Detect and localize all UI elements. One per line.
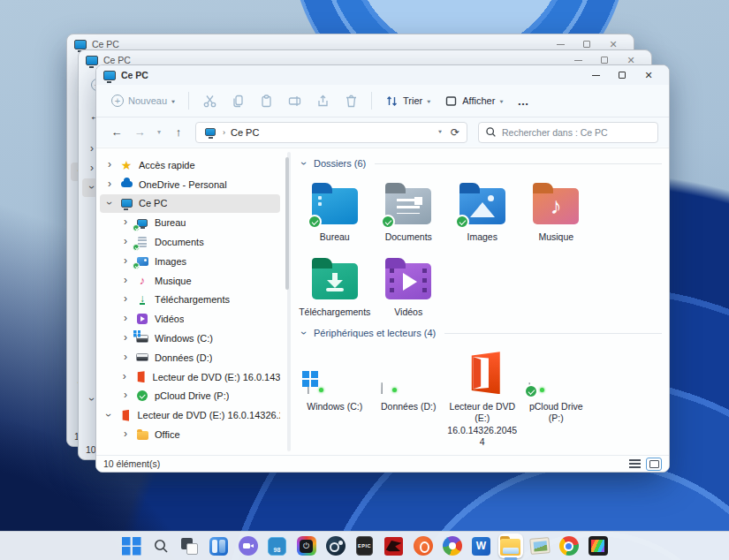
photo-viewer-icon[interactable] xyxy=(528,534,552,558)
teams-chat-icon[interactable] xyxy=(236,534,261,558)
more-button[interactable]: … xyxy=(511,91,535,111)
icue-icon[interactable]: ⏻ xyxy=(294,534,319,558)
minimize-button[interactable] xyxy=(582,67,609,83)
up-icon[interactable]: ↑ xyxy=(169,123,188,142)
delete-icon[interactable] xyxy=(338,89,364,112)
address-dropdown-icon[interactable]: ▾ xyxy=(438,129,442,135)
item-label: Vidéos xyxy=(394,306,422,318)
cut-icon[interactable] xyxy=(196,89,223,112)
music-icon: ♪ xyxy=(135,274,149,287)
sidebar-item-documents[interactable]: ›Documents xyxy=(116,232,280,252)
chevron-expanded-icon[interactable]: › xyxy=(298,159,310,168)
item-tile-t-l-chargements[interactable]: Téléchargements xyxy=(298,250,372,325)
item-tile-images[interactable]: Images xyxy=(445,175,520,250)
sidebar-item-bureau[interactable]: ›Bureau xyxy=(116,213,280,232)
sort-icon xyxy=(385,95,399,108)
titlebar[interactable]: Ce PC ✕ xyxy=(96,65,669,85)
word-icon[interactable]: W xyxy=(469,534,494,558)
sidebar-item-lecteur-de-dvd-e-16-0-14326-20454[interactable]: ›Lecteur de DVD (E:) 16.0.14326.20454 xyxy=(100,405,280,425)
sidebar-item-musique[interactable]: ›♪Musique xyxy=(116,271,280,291)
paste-icon[interactable] xyxy=(253,89,279,112)
sidebar-item-images[interactable]: ›Images xyxy=(116,252,280,271)
origin-icon[interactable] xyxy=(411,534,436,558)
sidebar-scrollbar[interactable] xyxy=(287,152,291,451)
rename-icon[interactable] xyxy=(281,89,308,112)
chevron-collapsed-icon[interactable]: › xyxy=(121,216,130,228)
chevron-collapsed-icon[interactable]: › xyxy=(105,178,114,190)
sidebar-item-onedrive-personal[interactable]: ›OneDrive - Personal xyxy=(100,175,280,194)
sidebar-item-windows-c[interactable]: ›Windows (C:) xyxy=(116,329,280,348)
item-tile-donn-es-d[interactable]: Données (D:) xyxy=(372,344,446,455)
chevron-collapsed-icon[interactable]: › xyxy=(121,331,130,344)
chrome-icon[interactable] xyxy=(557,534,581,558)
sort-button[interactable]: Trier ▾ xyxy=(379,91,437,111)
documents-icon xyxy=(135,236,149,249)
media-app-icon[interactable] xyxy=(586,534,611,558)
section-header[interactable]: ›Dossiers (6) xyxy=(300,157,662,170)
search-icon[interactable] xyxy=(148,534,173,558)
chevron-collapsed-icon[interactable]: › xyxy=(121,292,130,305)
item-tile-windows-c[interactable]: Windows (C:) xyxy=(298,344,372,455)
sidebar-item-donn-es-d[interactable]: ›Données (D:) xyxy=(116,348,280,367)
sync-check-badge xyxy=(308,215,322,229)
item-tile-pcloud-drive-p[interactable]: pCloud Drive (P:) xyxy=(520,344,594,455)
item-label: Documents xyxy=(385,231,432,243)
drive-windows-icon xyxy=(135,332,149,345)
chevron-collapsed-icon[interactable]: › xyxy=(121,351,130,363)
chevron-collapsed-icon[interactable]: › xyxy=(121,389,130,401)
search-input[interactable] xyxy=(478,122,658,143)
steam-icon[interactable] xyxy=(323,534,348,558)
recent-locations-icon[interactable]: ▾ xyxy=(153,123,165,142)
start-icon[interactable] xyxy=(119,534,144,558)
file-explorer-icon[interactable] xyxy=(498,534,523,558)
copy-icon[interactable] xyxy=(224,89,251,112)
widgets-icon[interactable] xyxy=(207,534,232,558)
item-tile-lecteur-de-dvd-e-16-0-14326-20454[interactable]: Lecteur de DVD (E:) 16.0.14326.20454 xyxy=(445,344,520,455)
back-icon[interactable]: ← xyxy=(107,123,126,142)
chevron-expanded-icon[interactable]: › xyxy=(298,329,310,337)
chevron-collapsed-icon[interactable]: › xyxy=(121,254,130,267)
sidebar-item-label: Lecteur de DVD (E:) 16.0.14326.20454 xyxy=(153,372,280,382)
item-tile-musique[interactable]: ♪Musique xyxy=(520,175,594,250)
chevron-expanded-icon[interactable]: › xyxy=(103,199,116,208)
chevron-collapsed-icon[interactable]: › xyxy=(121,428,130,440)
chevron-collapsed-icon[interactable]: › xyxy=(121,274,130,286)
sidebar-item-office[interactable]: ›Office xyxy=(116,425,280,444)
share-icon[interactable] xyxy=(309,89,336,112)
view-button[interactable]: Afficher ▾ xyxy=(438,91,509,111)
picasa-icon[interactable] xyxy=(440,534,465,558)
chevron-collapsed-icon[interactable]: › xyxy=(121,312,130,324)
desktop-icon xyxy=(135,216,149,230)
sidebar-item-vid-os[interactable]: ›Vidéos xyxy=(116,309,280,329)
details-view-icon[interactable] xyxy=(629,459,641,468)
chevron-expanded-icon[interactable]: › xyxy=(103,412,115,419)
chevron-collapsed-icon[interactable]: › xyxy=(105,158,114,170)
forward-icon[interactable]: → xyxy=(130,123,149,142)
chevron-collapsed-icon[interactable]: › xyxy=(121,370,128,382)
sidebar-item-t-l-chargements[interactable]: ›↓Téléchargements xyxy=(116,291,280,310)
address-bar[interactable]: › Ce PC ▾ ⟳ xyxy=(195,122,467,143)
sidebar-item-pcloud-drive-p[interactable]: ›pCloud Drive (P:) xyxy=(116,387,280,406)
sidebar-item-ce-pc[interactable]: ›Ce PC xyxy=(100,194,280,214)
app-98-icon[interactable]: 98 xyxy=(265,534,290,558)
search-box[interactable] xyxy=(478,122,658,143)
section-header[interactable]: ›Périphériques et lecteurs (4) xyxy=(300,327,662,339)
msi-center-icon[interactable] xyxy=(382,534,406,558)
sidebar-item-lecteur-de-dvd-e-16-0-14326-20454[interactable]: ›Lecteur de DVD (E:) 16.0.14326.20454 xyxy=(116,367,280,387)
new-button[interactable]: + Nouveau ▾ xyxy=(105,91,181,110)
task-view-icon[interactable] xyxy=(178,534,202,558)
pc-icon xyxy=(119,197,133,210)
sidebar-item-acc-s-rapide[interactable]: ›★Accès rapide xyxy=(100,155,280,175)
close-button[interactable]: ✕ xyxy=(635,67,662,83)
maximize-button[interactable] xyxy=(609,67,635,83)
large-thumbnail-view-icon[interactable] xyxy=(646,458,662,471)
item-tile-documents[interactable]: Documents xyxy=(372,175,446,250)
item-tile-vid-os[interactable]: Vidéos xyxy=(372,250,446,325)
refresh-icon[interactable]: ⟳ xyxy=(451,126,459,139)
epic-games-icon[interactable]: EPIC xyxy=(353,534,377,558)
chevron-collapsed-icon[interactable]: › xyxy=(121,235,130,247)
item-tile-bureau[interactable]: Bureau xyxy=(298,175,372,250)
sidebar-item-label: Office xyxy=(155,429,180,440)
view-icon xyxy=(444,95,458,108)
breadcrumb[interactable]: Ce PC xyxy=(231,127,259,138)
